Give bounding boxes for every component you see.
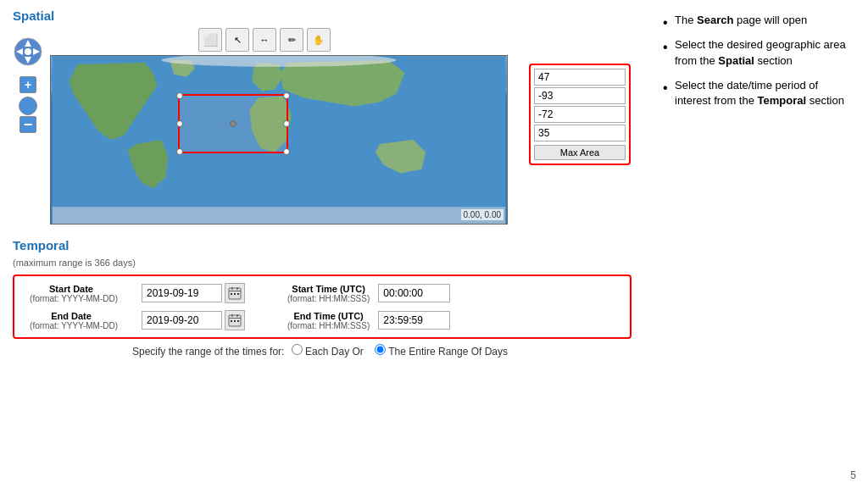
temporal-bold: Temporal — [758, 94, 807, 107]
start-date-format: (format: YYYY-MM-DD) — [25, 294, 118, 303]
end-date-cal-btn[interactable] — [225, 310, 245, 330]
world-map[interactable]: 0.00, 0.00 — [50, 55, 508, 225]
end-date-label: End Date — [25, 311, 118, 321]
zoom-in-btn[interactable]: + — [19, 76, 36, 93]
map-nav-controls: + − — [13, 36, 43, 134]
select-box-tool[interactable]: ⬜ — [198, 28, 222, 52]
handle-bottomright[interactable] — [283, 148, 290, 155]
spatial-title: Spatial — [13, 8, 632, 23]
end-date-label-col: End Date (format: YYYY-MM-DD) — [25, 311, 118, 330]
svg-rect-22 — [237, 320, 239, 322]
map-wrapper: ⬜ ↖ ↔ ✏ ✋ — [50, 28, 508, 225]
svg-point-5 — [25, 48, 31, 55]
grab-tool[interactable]: ✋ — [307, 28, 331, 52]
pan-icon[interactable] — [13, 36, 43, 67]
svg-rect-13 — [231, 293, 232, 295]
svg-rect-15 — [237, 293, 239, 295]
zoom-controls: + − — [19, 75, 37, 134]
map-coords: 0.00, 0.00 — [461, 209, 504, 220]
end-time-label-col: End Time (UTC) (format: HH:MM:SSS) — [287, 311, 370, 330]
temporal-box: Start Date (format: YYYY-MM-DD) — [13, 274, 632, 339]
left-panel: Spatial + − — [0, 0, 644, 488]
draw-tool[interactable]: ✏ — [280, 28, 303, 52]
start-time-field-wrap: Start Time (UTC) (format: HH:MM:SSS) — [287, 284, 450, 303]
end-date-format: (format: YYYY-MM-DD) — [25, 321, 118, 330]
entire-range-radio[interactable] — [375, 344, 386, 355]
end-date-input[interactable] — [142, 311, 222, 330]
max-range-note: (maximum range is 366 days) — [13, 258, 632, 268]
each-day-radio[interactable] — [292, 344, 303, 355]
temporal-title: Temporal — [13, 238, 632, 252]
svg-rect-14 — [234, 293, 236, 295]
svg-rect-20 — [231, 320, 232, 322]
bullet-3: Select the date/time period of interest … — [661, 78, 851, 110]
west-input[interactable] — [534, 87, 626, 104]
specify-row: Specify the range of the times for: Each… — [13, 344, 632, 358]
bullet-list: The Search page will open Select the des… — [661, 13, 851, 109]
specify-label: Specify the range of the times for: — [132, 346, 284, 358]
main-container: Spatial + − — [0, 0, 868, 488]
end-date-row: End Date (format: YYYY-MM-DD) — [25, 310, 620, 330]
search-bold: Search — [697, 14, 733, 26]
handle-topleft[interactable] — [176, 92, 183, 99]
start-time-format: (format: HH:MM:SSS) — [287, 294, 370, 303]
max-area-button[interactable]: Max Area — [534, 145, 626, 160]
start-date-cal-btn[interactable] — [225, 283, 245, 303]
handle-bottomleft[interactable] — [176, 148, 183, 155]
start-date-row: Start Date (format: YYYY-MM-DD) — [25, 283, 620, 303]
start-time-label-col: Start Time (UTC) (format: HH:MM:SSS) — [287, 284, 370, 303]
page-number: 5 — [850, 469, 856, 481]
start-date-input-wrap — [142, 283, 245, 303]
svg-rect-7 — [53, 207, 506, 224]
zoom-out-btn[interactable]: − — [19, 116, 36, 133]
right-panel: The Search page will open Select the des… — [644, 0, 868, 488]
start-date-label: Start Date — [25, 284, 118, 294]
pan-tool[interactable]: ↔ — [253, 28, 276, 52]
svg-rect-19 — [236, 314, 238, 317]
start-time-label: Start Time (UTC) — [287, 284, 370, 294]
handle-left[interactable] — [176, 120, 183, 127]
globe-icon[interactable] — [19, 97, 37, 115]
end-date-input-wrap — [142, 310, 245, 330]
svg-rect-17 — [229, 318, 241, 319]
temporal-section: Temporal (maximum range is 366 days) Sta… — [13, 238, 632, 358]
start-date-input[interactable] — [142, 284, 222, 302]
start-time-input[interactable] — [378, 284, 450, 302]
map-image-container[interactable]: 0.00, 0.00 Max Area — [50, 55, 508, 225]
each-day-label[interactable]: Each Day Or — [292, 346, 366, 358]
map-toolbar: ⬜ ↖ ↔ ✏ ✋ — [198, 28, 331, 52]
svg-rect-12 — [236, 287, 238, 290]
map-area: + − ⬜ ↖ ↔ ✏ ✋ — [13, 28, 632, 225]
south-input[interactable] — [534, 125, 626, 141]
handle-right[interactable] — [283, 120, 290, 127]
calendar-icon-2 — [228, 313, 242, 327]
svg-rect-18 — [231, 314, 233, 317]
east-input[interactable] — [534, 106, 626, 123]
end-time-field-wrap: End Time (UTC) (format: HH:MM:SSS) — [287, 311, 450, 330]
coordinate-box: Max Area — [529, 64, 631, 165]
calendar-icon — [228, 286, 242, 300]
select-point-tool[interactable]: ↖ — [225, 28, 249, 52]
end-time-label: End Time (UTC) — [287, 311, 370, 321]
map-selection-box[interactable] — [178, 94, 288, 153]
bullet-2: Select the desired geographic area from … — [661, 37, 851, 69]
svg-rect-11 — [231, 287, 233, 290]
north-input[interactable] — [534, 69, 626, 86]
end-time-input[interactable] — [378, 311, 450, 330]
svg-rect-10 — [229, 291, 241, 291]
svg-rect-21 — [234, 320, 236, 322]
entire-range-label[interactable]: The Entire Range Of Days — [375, 346, 508, 358]
end-time-format: (format: HH:MM:SSS) — [287, 321, 370, 330]
start-date-label-col: Start Date (format: YYYY-MM-DD) — [25, 284, 118, 303]
handle-topright[interactable] — [283, 92, 290, 99]
handle-center[interactable] — [230, 120, 236, 127]
spatial-bold: Spatial — [718, 54, 754, 67]
bullet-1: The Search page will open — [661, 13, 851, 29]
